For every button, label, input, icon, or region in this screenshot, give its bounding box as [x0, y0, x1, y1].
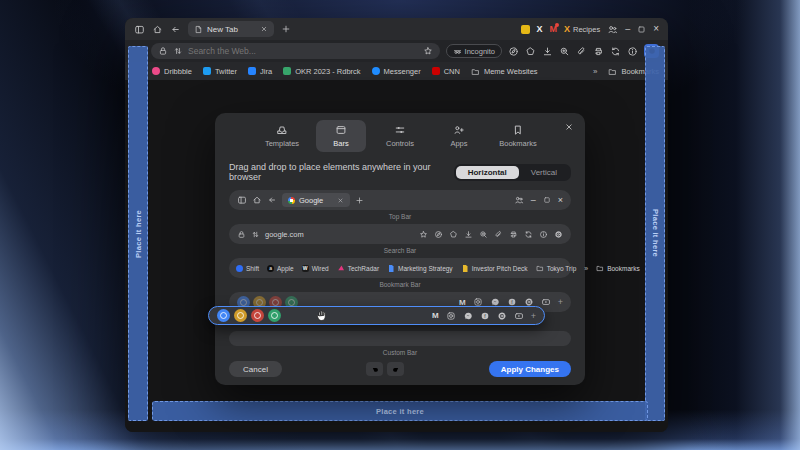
facebook-icon: f	[480, 311, 490, 321]
dragged-app-bar[interactable]: M f +	[208, 306, 545, 325]
compass-icon[interactable]	[508, 46, 519, 57]
tab-close-icon	[337, 197, 344, 204]
new-tab-plus-icon	[355, 196, 364, 205]
tab-bars[interactable]: Bars	[316, 120, 366, 152]
home-icon[interactable]	[152, 24, 163, 35]
app-red-icon	[251, 309, 264, 322]
sidebar-toggle-icon[interactable]	[134, 24, 145, 35]
bookmark-okr[interactable]: OKR 2023 - Rdbrck	[283, 67, 360, 76]
history-buttons	[366, 362, 404, 376]
instruction-text: Drag and drop to place elements anywhere…	[229, 162, 454, 182]
zoom-in-icon	[479, 230, 488, 239]
minimize-button[interactable]: –	[625, 25, 630, 34]
bookmark-wired: WWired	[302, 265, 329, 272]
bookmark-meme-websites[interactable]: Meme Websites	[471, 67, 538, 76]
folder-icon	[596, 264, 604, 272]
blue-doc-icon	[387, 264, 395, 272]
dribbble-icon	[152, 67, 160, 75]
bookmark-bar-mock[interactable]: Shift aApple WWired TechRadar Marketing …	[229, 258, 571, 278]
x-app-icon[interactable]: X	[537, 25, 543, 34]
active-tab[interactable]: New Tab	[188, 21, 274, 37]
bookmark-messenger[interactable]: Messenger	[372, 67, 421, 76]
instagram-icon	[446, 311, 456, 321]
modal-close-icon[interactable]	[564, 122, 574, 132]
bookmarks-overflow-chevron[interactable]: »	[593, 67, 597, 76]
screen: { "browser": { "tab_bar": { "tab_title":…	[0, 0, 800, 450]
orientation-horizontal[interactable]: Horizontal	[456, 166, 519, 179]
printer-icon[interactable]	[593, 46, 604, 57]
techradar-icon	[337, 264, 345, 272]
bookmarks-bar: Dribbble Twitter Jira OKR 2023 - Rdbrck …	[125, 62, 668, 80]
app-orange-icon	[234, 309, 247, 322]
bookmark-twitter[interactable]: Twitter	[203, 67, 237, 76]
people-icon	[514, 195, 524, 205]
tab-controls[interactable]: Controls	[375, 120, 425, 152]
wired-icon: W	[302, 265, 309, 272]
search-bar[interactable]	[151, 43, 440, 59]
incognito-badge: Incognito	[446, 44, 502, 58]
bookmark-dribbble[interactable]: Dribbble	[152, 67, 192, 76]
sync-icon	[524, 230, 533, 239]
paperclip-icon[interactable]	[576, 46, 587, 57]
bookmark-investor-pitch-deck: Investor Pitch Deck	[461, 264, 528, 272]
search-bar-mock[interactable]: google.com	[229, 224, 571, 244]
settings-gear-icon	[497, 311, 507, 321]
zoom-in-icon[interactable]	[559, 46, 570, 57]
drop-zone-left[interactable]: Place it here	[128, 46, 148, 421]
tab-bookmarks[interactable]: Bookmarks	[493, 120, 543, 152]
new-tab-plus-icon[interactable]	[281, 24, 291, 34]
incognito-glasses-icon	[453, 47, 462, 56]
minimize-icon: –	[531, 196, 536, 205]
bookmarks-folder: Bookmarks	[596, 264, 640, 272]
redo-button[interactable]	[387, 362, 404, 376]
recipes-shortcut[interactable]: X Recipes	[564, 25, 600, 34]
youtube-icon	[541, 297, 551, 307]
modal-footer: Cancel Apply Changes	[229, 361, 571, 377]
drop-zone-bottom[interactable]: Place it here	[152, 401, 648, 421]
search-toolbar: Incognito	[125, 40, 668, 62]
top-bar-mock[interactable]: Google – ×	[229, 190, 571, 210]
custom-bar-mock[interactable]	[229, 331, 571, 346]
drop-zone-right[interactable]: Place it here	[645, 46, 665, 421]
browser-window-icon	[335, 124, 347, 136]
orientation-vertical[interactable]: Vertical	[519, 166, 569, 179]
app-green-icon	[268, 309, 281, 322]
tab-templates[interactable]: Templates	[257, 120, 307, 152]
cancel-button[interactable]: Cancel	[229, 361, 282, 377]
tab-close-icon[interactable]	[260, 25, 268, 33]
toolbar-icon-strip	[508, 44, 659, 58]
download-icon	[464, 230, 473, 239]
tab-apps[interactable]: Apps	[434, 120, 484, 152]
maximize-button[interactable]	[637, 25, 646, 34]
download-icon[interactable]	[542, 46, 553, 57]
people-icon[interactable]	[607, 24, 618, 35]
tray-icon	[276, 124, 288, 136]
back-icon[interactable]	[170, 24, 181, 35]
bookmark-cnn[interactable]: CNN	[432, 67, 460, 76]
gmail-icon: M	[432, 311, 439, 320]
home-icon	[252, 195, 262, 205]
folder-icon	[536, 264, 544, 272]
star-icon[interactable]	[423, 46, 433, 56]
apply-changes-button[interactable]: Apply Changes	[489, 361, 571, 377]
bookmark-jira[interactable]: Jira	[248, 67, 272, 76]
bookmark-marketing-strategy: Marketing Strategy	[387, 264, 453, 272]
folder-icon	[471, 67, 480, 76]
person-plus-icon	[453, 124, 465, 136]
shift-icon	[236, 265, 243, 272]
close-window-button[interactable]: ×	[653, 24, 659, 34]
gmail-icon[interactable]: M	[550, 25, 558, 34]
pentagon-shield-icon[interactable]	[525, 46, 536, 57]
bar-caption: Search Bar	[229, 247, 571, 255]
orientation-toggle: Horizontal Vertical	[454, 164, 571, 181]
sync-icon[interactable]	[610, 46, 621, 57]
up-down-icon	[251, 230, 260, 239]
up-down-icon[interactable]	[173, 46, 183, 56]
pentagon-shield-icon	[449, 230, 458, 239]
info-icon[interactable]	[627, 46, 638, 57]
search-input[interactable]	[188, 46, 418, 56]
overflow-chevron: »	[584, 265, 588, 272]
undo-button[interactable]	[366, 362, 383, 376]
recipes-label: Recipes	[573, 25, 600, 34]
yellow-app-icon[interactable]	[521, 25, 530, 34]
